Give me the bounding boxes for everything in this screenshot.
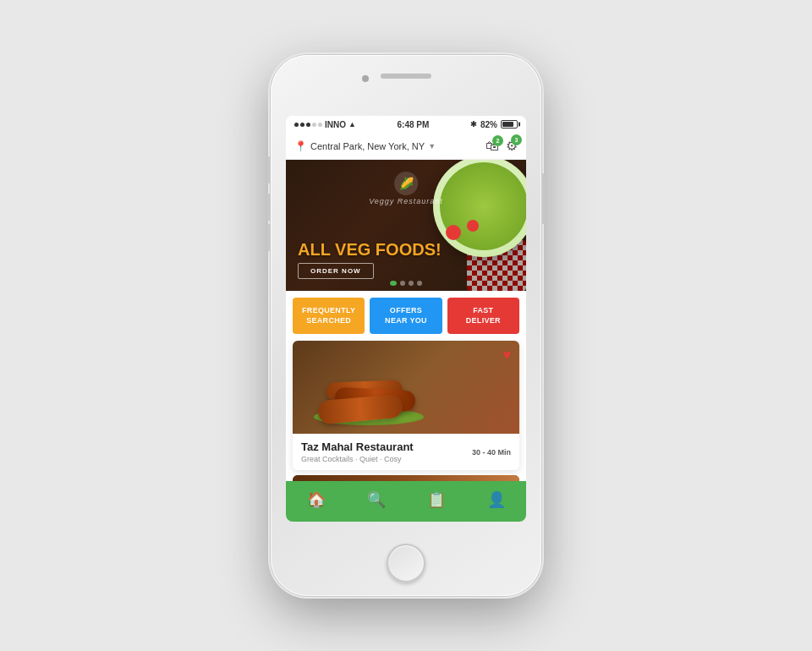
phone-mockup: INNO ▲ 6:48 PM ✱ 82% 📍 Central Park, New… xyxy=(271,55,541,596)
offers-near-you-label: OFFERSNEAR YOU xyxy=(385,306,427,325)
frequently-searched-label: FREQUENTLYSEARCHED xyxy=(302,306,355,325)
order-now-button[interactable]: ORDER NOW xyxy=(298,263,374,279)
home-icon: 🏠 xyxy=(307,492,326,507)
profile-icon: 👤 xyxy=(487,492,506,507)
status-bar: INNO ▲ 6:48 PM ✱ 82% xyxy=(286,116,526,133)
quick-links-section: FREQUENTLYSEARCHED OFFERSNEAR YOU FASTDE… xyxy=(293,298,519,334)
salad-plate-image xyxy=(433,160,526,257)
restaurant-tags: Great Cocktails · Quiet · Cosy xyxy=(301,455,414,463)
status-left: INNO ▲ xyxy=(294,120,356,129)
fast-deliver-button[interactable]: FASTDELIVER xyxy=(447,298,519,334)
filter-badge: 3 xyxy=(511,134,522,145)
chevron-down-icon: ▼ xyxy=(428,142,436,150)
cart-button[interactable]: 🛍 2 xyxy=(486,139,499,154)
hero-title: ALL VEG FOODS! xyxy=(298,240,442,259)
signal-dot-2 xyxy=(300,123,304,127)
time-display: 6:48 PM xyxy=(398,120,430,129)
phone-screen: INNO ▲ 6:48 PM ✱ 82% 📍 Central Park, New… xyxy=(286,116,526,522)
brand-name: Veggy Restaurant xyxy=(369,197,443,205)
food-image: ♥ xyxy=(293,341,519,434)
restaurant-name: Taz Mahal Restaurant xyxy=(301,440,414,453)
signal-dot-3 xyxy=(306,123,310,127)
nav-profile[interactable]: 👤 xyxy=(480,489,513,511)
orders-icon: 📋 xyxy=(427,492,446,507)
carrier-label: INNO xyxy=(325,120,346,129)
carousel-dot-2[interactable] xyxy=(400,281,405,286)
nav-orders[interactable]: 📋 xyxy=(420,489,453,511)
location-left[interactable]: 📍 Central Park, New York, NY ▼ xyxy=(294,140,436,152)
tomato-1 xyxy=(446,225,461,240)
card-info: Taz Mahal Restaurant Great Cocktails · Q… xyxy=(293,434,519,470)
location-text: Central Park, New York, NY xyxy=(310,141,425,151)
battery-percent: 82% xyxy=(480,120,497,129)
restaurant-card-1[interactable]: ♥ Taz Mahal Restaurant Great Cocktails ·… xyxy=(293,341,519,470)
bluetooth-icon: ✱ xyxy=(470,120,477,129)
frequently-searched-button[interactable]: FREQUENTLYSEARCHED xyxy=(293,298,365,334)
filter-button[interactable]: ⚙ 3 xyxy=(506,138,518,154)
speaker xyxy=(381,74,431,79)
fast-deliver-label: FASTDELIVER xyxy=(466,306,501,325)
carousel-dots xyxy=(390,281,422,286)
signal-dot-5 xyxy=(318,123,322,127)
battery-icon xyxy=(501,120,518,129)
status-right: ✱ 82% xyxy=(470,120,518,129)
nav-home[interactable]: 🏠 xyxy=(300,489,332,511)
offers-near-you-button[interactable]: OFFERSNEAR YOU xyxy=(370,298,442,334)
front-camera xyxy=(362,75,369,82)
signal-dots xyxy=(294,123,322,127)
location-bar: 📍 Central Park, New York, NY ▼ 🛍 2 ⚙ 3 xyxy=(286,133,526,160)
nav-search[interactable]: 🔍 xyxy=(360,489,392,511)
carousel-dot-3[interactable] xyxy=(409,281,414,286)
favorite-icon[interactable]: ♥ xyxy=(503,347,512,363)
brand-logo: 🌽 Veggy Restaurant xyxy=(369,172,443,205)
search-icon: 🔍 xyxy=(367,492,386,507)
restaurant-details: Taz Mahal Restaurant Great Cocktails · Q… xyxy=(301,440,414,463)
location-pin-icon: 📍 xyxy=(294,140,307,152)
tomato-2 xyxy=(467,220,479,232)
home-button[interactable] xyxy=(387,544,425,583)
carousel-dot-4[interactable] xyxy=(417,281,422,286)
carousel-dot-1[interactable] xyxy=(390,281,397,286)
brand-logo-icon: 🌽 xyxy=(394,172,418,195)
signal-dot-4 xyxy=(312,123,316,127)
hero-banner: 🌽 Veggy Restaurant ALL VEG FOODS! ORDER … xyxy=(286,160,526,291)
battery-fill xyxy=(502,122,513,127)
signal-dot-1 xyxy=(294,123,299,127)
delivery-time: 30 - 40 Min xyxy=(472,448,511,457)
cart-badge: 2 xyxy=(492,135,503,146)
location-right: 🛍 2 ⚙ 3 xyxy=(486,138,518,154)
wifi-icon: ▲ xyxy=(348,120,356,129)
bottom-navigation: 🏠 🔍 📋 👤 xyxy=(286,481,526,522)
